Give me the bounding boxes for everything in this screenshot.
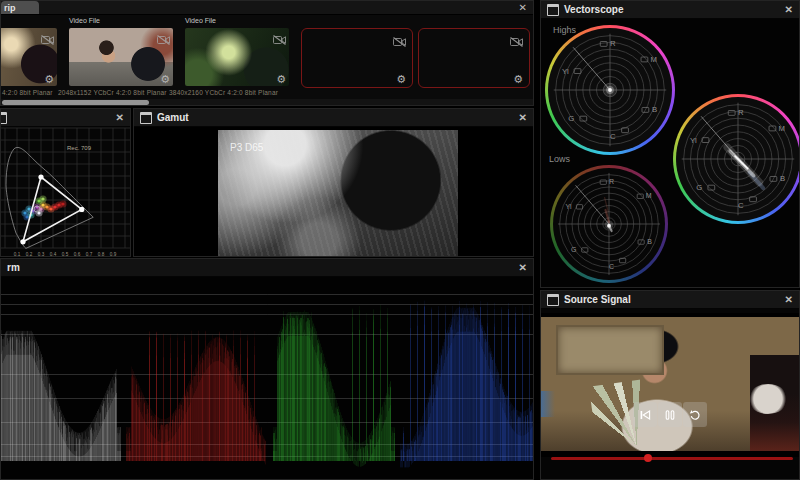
svg-text:C: C <box>738 201 744 210</box>
gamut-titlebar[interactable]: Gamut ✕ <box>134 109 533 127</box>
svg-text:0.7: 0.7 <box>86 252 93 257</box>
gamut-vertex-green <box>38 174 43 179</box>
svg-text:0.6: 0.6 <box>74 252 81 257</box>
gamut-check-image: P3 D65 <box>218 130 458 256</box>
source-titlebar[interactable]: Source Signal ✕ <box>541 291 799 309</box>
gear-icon[interactable]: ⚙ <box>396 74 406 85</box>
svg-text:B: B <box>780 174 785 183</box>
video-preview[interactable] <box>541 313 799 457</box>
clip-thumbnail[interactable]: ⚙ <box>0 28 57 86</box>
tab-strip[interactable]: rip <box>1 1 39 14</box>
clip-metadata: 2048x1152 YCbCr 4:2:0 8bit Planar <box>58 89 167 96</box>
clip-strip-panel: rip ✕ Video File Video File ⚙ ⚙ ⚙ ⚙ ⚙ 4:… <box>0 0 534 106</box>
clip-metadata: 3840x2160 YCbCr 4:2:0 8bit Planar <box>169 89 278 96</box>
camera-off-icon[interactable] <box>273 31 286 41</box>
svg-text:G: G <box>571 246 576 253</box>
clip-thumbnail[interactable]: ⚙ <box>69 28 173 86</box>
svg-text:R: R <box>738 108 744 117</box>
rgb-parade-waveform <box>1 277 534 480</box>
svg-text:Yl: Yl <box>562 67 569 76</box>
tab-strip-label: rip <box>4 3 16 13</box>
loop-button[interactable] <box>683 402 707 427</box>
svg-text:M: M <box>646 192 652 199</box>
panel-title: Source Signal <box>564 294 631 305</box>
svg-text:Yl: Yl <box>565 203 572 210</box>
window-icon <box>547 4 559 16</box>
video-frame <box>541 317 799 451</box>
svg-text:C: C <box>610 132 616 141</box>
clip-thumbnail[interactable]: ⚙ <box>185 28 289 86</box>
svg-text:0.3: 0.3 <box>38 252 45 257</box>
svg-text:G: G <box>696 183 702 192</box>
camera-off-icon[interactable] <box>41 31 54 41</box>
empty-clip-slot[interactable]: ⚙ <box>418 28 530 88</box>
waveform-panel: rm ✕ <box>0 258 534 480</box>
gear-icon[interactable]: ⚙ <box>160 74 170 85</box>
loop-icon <box>689 409 701 421</box>
vectorscope-lows: RMBCGYl <box>550 165 668 283</box>
gamut-space-label: P3 D65 <box>230 142 263 153</box>
svg-text:0.4: 0.4 <box>50 252 57 257</box>
close-icon[interactable]: ✕ <box>519 3 527 13</box>
svg-text:0.2: 0.2 <box>26 252 33 257</box>
svg-text:M: M <box>778 124 784 133</box>
window-icon <box>0 112 7 124</box>
spectral-locus <box>6 147 93 248</box>
svg-text:0.1: 0.1 <box>14 252 21 257</box>
panel-title: Gamut <box>157 112 189 123</box>
skip-back-icon <box>639 409 651 421</box>
close-icon[interactable]: ✕ <box>785 295 793 305</box>
gamut-vertex-blue <box>20 239 25 244</box>
close-icon[interactable]: ✕ <box>519 113 527 123</box>
camera-off-icon[interactable] <box>510 33 523 43</box>
waveform-titlebar[interactable]: rm ✕ <box>1 259 533 277</box>
source-signal-panel: Source Signal ✕ <box>540 290 800 480</box>
clip-label: Video File <box>69 17 100 24</box>
gamut-panel: Gamut ✕ P3 D65 <box>133 108 534 257</box>
close-icon[interactable]: ✕ <box>785 5 793 15</box>
close-icon[interactable]: ✕ <box>116 113 124 123</box>
cie-standard-label: Rec. 709 <box>67 145 92 151</box>
vectorscope-highs: RMBCGYl <box>545 25 675 155</box>
svg-text:0.8: 0.8 <box>98 252 105 257</box>
svg-text:M: M <box>650 55 656 64</box>
empty-clip-slot[interactable]: ⚙ <box>301 28 413 88</box>
svg-text:C: C <box>609 263 614 270</box>
zone-label-lows: Lows <box>549 154 570 164</box>
cie-titlebar[interactable]: ✕ <box>1 109 130 127</box>
vectorscope-titlebar[interactable]: Vectorscope ✕ <box>541 1 799 19</box>
vectorscope-panel: Vectorscope ✕ Highs Lows RMBCGYl RMBCGYl… <box>540 0 800 288</box>
cie-diagram-panel: ✕ Rec. 709 0.10.20.30.40.50.60.70.80.9 <box>0 108 131 257</box>
gamut-vertex-red <box>79 207 84 212</box>
svg-text:R: R <box>609 178 614 185</box>
svg-text:0.9: 0.9 <box>110 252 117 257</box>
gear-icon[interactable]: ⚙ <box>44 74 54 85</box>
cie-diagram: Rec. 709 0.10.20.30.40.50.60.70.80.9 <box>1 127 131 257</box>
clip-metadata: 4:2:0 8bit Planar <box>2 89 53 96</box>
panel-title: rm <box>7 262 20 273</box>
pause-icon <box>664 409 676 421</box>
clip-label: Video File <box>185 17 216 24</box>
camera-off-icon[interactable] <box>393 33 406 43</box>
close-icon[interactable]: ✕ <box>519 263 527 273</box>
svg-text:B: B <box>652 105 657 114</box>
svg-text:Yl: Yl <box>690 136 697 145</box>
svg-text:0.5: 0.5 <box>62 252 69 257</box>
strip-scrollbar-thumb[interactable] <box>2 100 149 105</box>
skip-to-start-button[interactable] <box>633 402 657 427</box>
gear-icon[interactable]: ⚙ <box>276 74 286 85</box>
playhead-handle[interactable] <box>644 454 652 462</box>
progress-bar[interactable] <box>551 457 793 460</box>
strip-tabbar[interactable]: rip ✕ <box>1 1 533 15</box>
wall-art <box>556 325 663 375</box>
playback-controls <box>541 402 799 427</box>
pause-button[interactable] <box>658 402 682 427</box>
camera-off-icon[interactable] <box>157 31 170 41</box>
gear-icon[interactable]: ⚙ <box>513 74 523 85</box>
panel-title: Vectorscope <box>564 4 623 15</box>
window-icon <box>140 112 152 124</box>
svg-text:B: B <box>647 238 652 245</box>
vectorscope-mids: RMBCGYl <box>673 94 800 224</box>
window-icon <box>547 294 559 306</box>
svg-text:G: G <box>568 114 574 123</box>
